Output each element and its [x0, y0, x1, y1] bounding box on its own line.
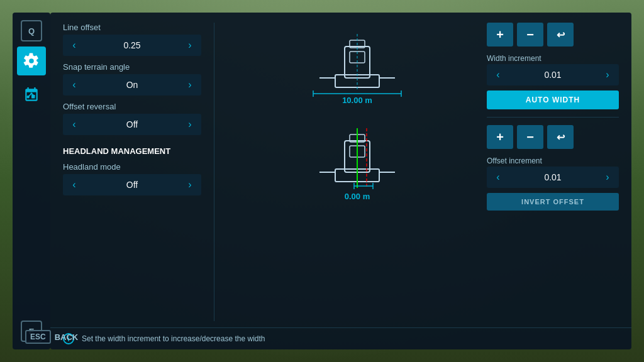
- offset-reversal-label: Offset reversal: [63, 102, 201, 111]
- headland-mode-decrement[interactable]: ‹: [63, 174, 86, 195]
- controls-separator: [487, 117, 619, 118]
- content-area: Line offset ‹ 0.25 › Snap terrain angle …: [50, 13, 631, 327]
- sidebar-icon-connections[interactable]: [17, 80, 46, 109]
- tractor-top-svg: 10.00 m: [301, 28, 414, 109]
- offset-increment-value: 0.01: [509, 172, 596, 182]
- offset-minus-btn[interactable]: −: [517, 125, 543, 149]
- back-label: BACK: [55, 332, 79, 342]
- connections-icon: [23, 87, 40, 103]
- svg-rect-6: [335, 75, 379, 87]
- width-reset-btn[interactable]: ↩: [547, 23, 574, 47]
- back-button[interactable]: ESC BACK: [25, 330, 78, 344]
- snap-terrain-section: Snap terrain angle ‹ On ›: [63, 62, 201, 96]
- offset-reversal-spinner: ‹ Off ›: [63, 114, 201, 135]
- sidebar: Q E: [13, 13, 50, 349]
- divider-vertical: [214, 23, 214, 321]
- offset-increment-section: Offset increment ‹ 0.01 ›: [487, 156, 619, 188]
- main-panel: Line offset ‹ 0.25 › Snap terrain angle …: [50, 13, 631, 349]
- snap-terrain-decrement[interactable]: ‹: [63, 74, 86, 96]
- snap-terrain-spinner: ‹ On ›: [63, 74, 201, 96]
- width-increment-increment[interactable]: ›: [596, 64, 619, 85]
- invert-offset-button[interactable]: INVERT OFFSET: [487, 193, 619, 211]
- width-increment-section: Width increment ‹ 0.01 ›: [487, 54, 619, 85]
- gear-icon: [23, 53, 40, 69]
- offset-reversal-decrement[interactable]: ‹: [63, 114, 86, 135]
- headland-mode-value: Off: [86, 180, 179, 190]
- snap-terrain-value: On: [86, 80, 179, 90]
- tractor-bottom-diagram: 0.00 m: [294, 120, 420, 211]
- offset-reset-btn[interactable]: ↩: [547, 125, 574, 149]
- sidebar-icon-settings[interactable]: [17, 47, 46, 75]
- width-plus-btn[interactable]: +: [487, 23, 513, 47]
- esc-badge: ESC: [25, 330, 51, 344]
- tractor-bottom-svg: 0.00 m: [301, 125, 414, 207]
- width-minus-btn[interactable]: −: [517, 23, 543, 47]
- controls-column: + − ↩ Width increment ‹ 0.01 › AUTO WIDT…: [487, 23, 619, 321]
- width-icon-btn-row: + − ↩: [487, 23, 619, 47]
- offset-increment-increment[interactable]: ›: [596, 167, 619, 188]
- line-offset-increment[interactable]: ›: [179, 35, 201, 56]
- diagram-column: 10.00 m: [227, 23, 487, 321]
- line-offset-section: Line offset ‹ 0.25 ›: [63, 23, 201, 56]
- offset-reversal-value: Off: [86, 119, 179, 129]
- headland-mode-increment[interactable]: ›: [179, 174, 201, 195]
- offset-reversal-section: Offset reversal ‹ Off ›: [63, 102, 201, 135]
- snap-terrain-label: Snap terrain angle: [63, 62, 201, 72]
- auto-width-button[interactable]: AUTO WIDTH: [487, 90, 619, 109]
- offset-icon-btn-row: + − ↩: [487, 125, 619, 149]
- settings-column: Line offset ‹ 0.25 › Snap terrain angle …: [63, 23, 201, 321]
- headland-mode-section: Headland mode ‹ Off ›: [63, 162, 201, 195]
- line-offset-decrement[interactable]: ‹: [63, 35, 86, 56]
- width-increment-decrement[interactable]: ‹: [487, 64, 509, 85]
- offset-plus-btn[interactable]: +: [487, 125, 513, 149]
- snap-terrain-increment[interactable]: ›: [179, 74, 201, 96]
- svg-text:10.00 m: 10.00 m: [342, 96, 372, 105]
- line-offset-label: Line offset: [63, 23, 201, 32]
- line-offset-spinner: ‹ 0.25 ›: [63, 35, 201, 56]
- sidebar-key-q: Q: [21, 20, 42, 41]
- width-increment-label: Width increment: [487, 54, 619, 63]
- offset-increment-spinner: ‹ 0.01 ›: [487, 167, 619, 188]
- offset-increment-decrement[interactable]: ‹: [487, 167, 509, 188]
- svg-text:0.00 m: 0.00 m: [344, 192, 369, 201]
- offset-reversal-increment[interactable]: ›: [179, 114, 201, 135]
- offset-increment-label: Offset increment: [487, 156, 619, 165]
- headland-section-title: HEADLAND MANAGEMENT: [63, 146, 201, 156]
- width-increment-value: 0.01: [509, 70, 596, 80]
- tractor-top-diagram: 10.00 m: [294, 23, 420, 114]
- headland-mode-spinner: ‹ Off ›: [63, 174, 201, 195]
- line-offset-value: 0.25: [86, 40, 179, 50]
- width-increment-spinner: ‹ 0.01 ›: [487, 64, 619, 85]
- footer: ESC BACK: [13, 324, 631, 349]
- headland-mode-label: Headland mode: [63, 162, 201, 172]
